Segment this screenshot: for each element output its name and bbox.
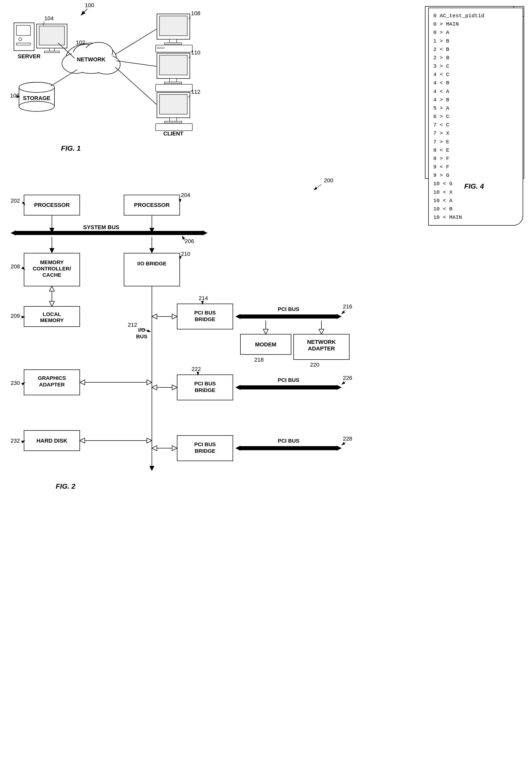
svg-rect-97 — [24, 306, 80, 326]
svg-marker-174 — [147, 438, 152, 443]
svg-line-55 — [115, 67, 156, 104]
svg-marker-103 — [49, 286, 54, 291]
svg-text:209: 209 — [11, 313, 20, 319]
fig4-line: 0 > MAIN — [433, 20, 518, 28]
svg-point-16 — [68, 48, 114, 73]
fig4-line: 0 > A — [433, 28, 518, 37]
svg-rect-89 — [124, 253, 180, 286]
svg-marker-93 — [49, 248, 54, 253]
svg-text:226: 226 — [343, 375, 352, 381]
svg-point-13 — [92, 55, 120, 74]
svg-text:214: 214 — [199, 295, 208, 301]
svg-line-50 — [189, 95, 190, 97]
svg-marker-122 — [152, 314, 157, 319]
svg-point-11 — [66, 43, 116, 73]
svg-text:PROCESSOR: PROCESSOR — [134, 202, 170, 208]
fig4-line: 7 > E — [433, 138, 518, 146]
fig4-line: 1 > B — [433, 37, 518, 45]
svg-text:PCI BUS: PCI BUS — [278, 306, 299, 312]
svg-rect-39 — [156, 84, 192, 91]
svg-text:232: 232 — [11, 438, 20, 444]
svg-rect-4 — [37, 24, 67, 48]
svg-text:212: 212 — [128, 321, 137, 328]
svg-text:202: 202 — [11, 197, 20, 204]
fig4-line: 10 < B — [433, 205, 518, 213]
svg-text:FIG. 2: FIG. 2 — [56, 482, 75, 490]
svg-text:LOCAL: LOCAL — [43, 311, 61, 317]
svg-text:CLIENT: CLIENT — [163, 52, 183, 58]
svg-rect-35 — [157, 53, 190, 78]
svg-line-109 — [140, 329, 151, 332]
svg-rect-6 — [49, 48, 54, 51]
svg-point-14 — [73, 44, 99, 62]
svg-rect-135 — [177, 375, 233, 400]
fig4-line: 4 > B — [433, 96, 518, 104]
svg-marker-154 — [80, 380, 85, 385]
svg-text:104: 104 — [44, 15, 54, 22]
svg-marker-102 — [49, 301, 54, 306]
svg-text:220: 220 — [310, 361, 319, 368]
svg-rect-117 — [240, 314, 337, 318]
svg-text:218: 218 — [254, 356, 264, 363]
svg-point-21 — [19, 101, 54, 111]
svg-marker-133 — [319, 329, 324, 334]
fig4-line: 4 < A — [433, 87, 518, 96]
svg-rect-3 — [16, 43, 30, 45]
svg-line-58 — [81, 9, 87, 15]
svg-line-42 — [189, 56, 190, 58]
svg-rect-7 — [44, 51, 59, 53]
svg-text:NETWORK: NETWORK — [307, 339, 336, 345]
fig4-line: 2 < B — [433, 45, 518, 54]
svg-marker-173 — [80, 438, 85, 443]
svg-rect-43 — [157, 92, 190, 118]
svg-rect-157 — [177, 436, 233, 461]
svg-text:PROCESSOR: PROCESSOR — [34, 202, 70, 208]
svg-rect-0 — [14, 23, 34, 51]
svg-marker-146 — [172, 385, 177, 390]
svg-text:BRIDGE: BRIDGE — [195, 316, 215, 322]
svg-rect-110 — [177, 304, 233, 329]
svg-rect-162 — [240, 446, 337, 450]
fig4-line: 9 < F — [433, 163, 518, 171]
svg-rect-44 — [159, 94, 187, 114]
fig4-card: 0 AC_test_pidtid0 > MAIN0 > A1 > B2 < B2… — [428, 8, 523, 226]
svg-text:ADAPTER: ADAPTER — [308, 345, 335, 352]
svg-rect-75 — [16, 231, 202, 235]
svg-line-145 — [342, 381, 345, 384]
svg-line-68 — [23, 202, 25, 205]
svg-rect-20 — [19, 87, 54, 106]
svg-marker-155 — [147, 380, 152, 385]
svg-text:204: 204 — [181, 192, 190, 198]
fig4-line: 0 AC_test_pidtid — [433, 12, 518, 20]
svg-line-172 — [22, 441, 25, 442]
svg-text:CONTROLLER/: CONTROLLER/ — [33, 265, 71, 271]
svg-text:108: 108 — [191, 10, 200, 16]
fig4-line: 6 > C — [433, 112, 518, 121]
svg-text:NETWORK: NETWORK — [77, 56, 106, 63]
svg-line-51 — [58, 43, 75, 58]
svg-marker-73 — [11, 230, 16, 235]
svg-text:210: 210 — [181, 251, 190, 257]
svg-marker-116 — [337, 314, 342, 319]
svg-text:110: 110 — [191, 49, 200, 56]
svg-rect-5 — [39, 26, 65, 45]
svg-rect-149 — [24, 370, 80, 395]
svg-text:BUS: BUS — [136, 333, 147, 339]
fig4-line: 4 < B — [433, 79, 518, 87]
svg-rect-26 — [157, 14, 190, 39]
svg-rect-27 — [159, 16, 187, 36]
fig4-line: 7 > X — [433, 129, 518, 137]
fig4-line: 2 > B — [433, 54, 518, 62]
svg-text:106: 106 — [10, 92, 19, 99]
svg-point-22 — [19, 82, 54, 92]
svg-point-15 — [85, 42, 113, 62]
svg-text:MEMORY: MEMORY — [40, 317, 64, 323]
svg-text:SERVER: SERVER — [18, 53, 40, 59]
svg-line-64 — [314, 184, 321, 190]
svg-line-78 — [182, 236, 185, 240]
svg-text:ADAPTER: ADAPTER — [39, 381, 65, 388]
svg-marker-160 — [235, 446, 240, 451]
svg-marker-176 — [149, 466, 154, 471]
svg-text:CLIENT: CLIENT — [163, 91, 183, 97]
svg-line-88 — [22, 268, 25, 270]
